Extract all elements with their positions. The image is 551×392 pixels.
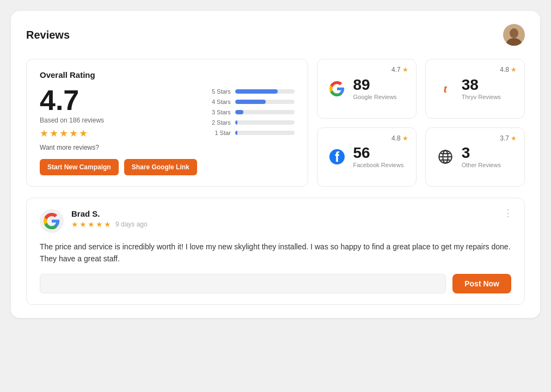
- review-star-2: ★: [79, 220, 87, 229]
- other-icon: [436, 147, 455, 167]
- three-dots-menu[interactable]: ⋮: [503, 207, 513, 219]
- source-card-facebook: 56 Facebook Reviews 4.8 ★: [317, 127, 417, 187]
- bar-label-3: 3 Stars: [208, 109, 231, 115]
- bar-row-4: 2 Stars: [208, 119, 295, 126]
- svg-point-1: [510, 28, 518, 38]
- top-section: Overall Rating 4.7 Based on 186 reviews …: [26, 59, 525, 187]
- review-header: Brad S. ★ ★ ★ ★ ★ 9 days ago: [40, 209, 511, 233]
- facebook-rating-value: 4.8: [391, 134, 401, 142]
- bar-label-2: 4 Stars: [208, 99, 231, 105]
- review-card: ⋮ Brad S. ★ ★: [26, 198, 525, 305]
- star-3: ★: [59, 127, 68, 139]
- rating-content: 4.7 Based on 186 reviews ★ ★ ★ ★ ★ Want …: [40, 86, 295, 175]
- review-star-3: ★: [88, 220, 95, 229]
- facebook-rating-star: ★: [402, 134, 408, 142]
- thryv-rating-star: ★: [511, 66, 517, 74]
- post-now-button[interactable]: Post Now: [452, 274, 511, 293]
- action-buttons: Start New Campaign Share Google Link: [40, 159, 197, 175]
- thryv-rating: 4.8 ★: [500, 66, 517, 74]
- star-1: ★: [40, 127, 48, 139]
- bar-fill-4: [235, 120, 237, 125]
- bar-track-1: [235, 89, 295, 94]
- source-card-other: 3 Other Reviews 3.7 ★: [425, 127, 525, 187]
- other-rating-star: ★: [511, 134, 517, 142]
- bar-label-1: 5 Stars: [208, 88, 231, 95]
- review-sources-grid: 89 Google Reviews 4.7 ★ t 38 Thryv Revie…: [317, 59, 525, 187]
- facebook-icon: [327, 147, 347, 167]
- bar-row-5: 1 Star: [208, 130, 295, 136]
- share-google-link-button[interactable]: Share Google Link: [124, 159, 197, 175]
- other-name: Other Reviews: [462, 162, 515, 168]
- star-5-half: ★: [79, 127, 88, 139]
- reviewer-details: Brad S. ★ ★ ★ ★ ★ 9 days ago: [71, 209, 511, 229]
- bar-fill-2: [235, 100, 266, 104]
- thryv-count: 38: [462, 77, 515, 93]
- bar-row-1: 5 Stars: [208, 88, 295, 95]
- reviewer-name: Brad S.: [71, 209, 511, 218]
- review-reply-input[interactable]: [40, 274, 446, 293]
- other-info: 3 Other Reviews: [462, 145, 515, 168]
- review-time: 9 days ago: [115, 220, 148, 228]
- review-star-4: ★: [96, 220, 103, 229]
- other-rating-value: 3.7: [500, 134, 509, 142]
- google-name: Google Reviews: [353, 94, 406, 100]
- page-title: Reviews: [26, 29, 70, 41]
- facebook-rating: 4.8 ★: [391, 134, 408, 142]
- rating-left: 4.7 Based on 186 reviews ★ ★ ★ ★ ★ Want …: [40, 86, 197, 175]
- bar-row-2: 4 Stars: [208, 99, 295, 105]
- bar-track-3: [235, 110, 295, 114]
- thryv-icon: t: [436, 79, 455, 99]
- rating-bars: 5 Stars4 Stars3 Stars2 Stars1 Star: [208, 86, 295, 136]
- google-count: 89: [353, 77, 406, 93]
- page-header: Reviews: [26, 24, 525, 46]
- review-star-1: ★: [71, 220, 78, 229]
- star-4: ★: [69, 127, 78, 139]
- start-campaign-button[interactable]: Start New Campaign: [40, 159, 119, 175]
- avatar[interactable]: [503, 24, 525, 46]
- big-rating-number: 4.7: [40, 86, 197, 114]
- other-count: 3: [462, 145, 515, 161]
- bar-fill-3: [235, 110, 243, 114]
- review-footer: Post Now: [40, 274, 511, 293]
- google-info: 89 Google Reviews: [353, 77, 406, 100]
- facebook-count: 56: [353, 145, 406, 161]
- source-card-thryv: t 38 Thryv Reviews 4.8 ★: [425, 59, 525, 119]
- other-rating: 3.7 ★: [500, 134, 517, 142]
- bar-track-2: [235, 100, 295, 104]
- thryv-info: 38 Thryv Reviews: [462, 77, 515, 100]
- review-stars: ★ ★ ★ ★ ★: [71, 220, 111, 229]
- review-star-5: ★: [104, 220, 111, 229]
- bar-track-5: [235, 131, 295, 135]
- facebook-info: 56 Facebook Reviews: [353, 145, 406, 168]
- bar-track-4: [235, 120, 295, 125]
- bar-row-3: 3 Stars: [208, 109, 295, 115]
- reviewer-icon: [40, 209, 64, 233]
- reviewer-meta: ★ ★ ★ ★ ★ 9 days ago: [71, 220, 511, 229]
- bar-label-4: 2 Stars: [208, 119, 231, 126]
- bar-fill-1: [235, 89, 278, 94]
- thryv-name: Thryv Reviews: [462, 94, 515, 100]
- google-rating-value: 4.7: [391, 66, 401, 74]
- source-card-google: 89 Google Reviews 4.7 ★: [317, 59, 417, 119]
- overall-rating-card: Overall Rating 4.7 Based on 186 reviews …: [26, 59, 308, 187]
- star-2: ★: [50, 127, 58, 139]
- google-rating-star: ★: [402, 66, 408, 74]
- want-more-text: Want more reviews?: [40, 144, 197, 151]
- google-rating: 4.7 ★: [391, 66, 408, 74]
- overall-rating-title: Overall Rating: [40, 70, 295, 79]
- facebook-name: Facebook Reviews: [353, 162, 406, 168]
- thryv-rating-value: 4.8: [500, 66, 509, 74]
- review-text: The price and service is incredibly wort…: [40, 241, 511, 265]
- bar-fill-5: [235, 131, 237, 135]
- rating-stars: ★ ★ ★ ★ ★: [40, 127, 197, 139]
- google-icon: [327, 79, 347, 99]
- based-on-text: Based on 186 reviews: [40, 117, 197, 124]
- bar-label-5: 1 Star: [208, 130, 231, 136]
